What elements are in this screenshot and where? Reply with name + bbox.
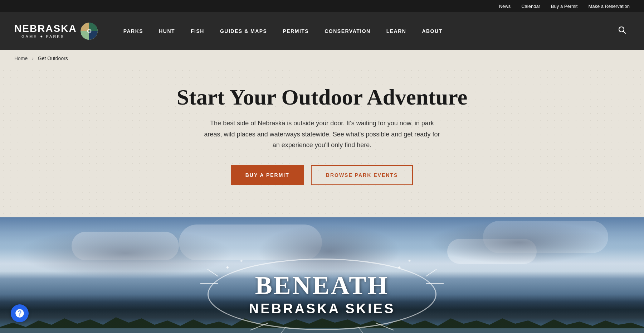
logo-name: NEBRASKA [14,23,77,34]
browse-events-button[interactable]: BROWSE PARK EVENTS [311,165,413,185]
breadcrumb-current: Get Outdoors [38,56,68,61]
cloud-1 [72,232,179,260]
svg-line-1 [624,32,626,34]
logo-sub: — GAME ✦ PARKS — [14,34,77,39]
top-link-buy-permit[interactable]: Buy a Permit [551,4,577,9]
hero-description: The best side of Nebraska is outside you… [200,118,444,151]
breadcrumb: Home › Get Outdoors [0,50,644,67]
top-bar: News Calendar Buy a Permit Make a Reserv… [0,0,644,12]
nav-item-parks[interactable]: PARKS [116,12,151,50]
beneath-text: BENEATH [249,272,395,298]
breadcrumb-separator: › [32,56,34,61]
cloud-4 [483,221,608,253]
breadcrumb-home[interactable]: Home [14,56,28,61]
search-icon[interactable] [615,23,630,39]
hero-title: Start Your Outdoor Adventure [14,85,630,109]
nav-item-about[interactable]: ABOUT [414,12,450,50]
chat-widget[interactable] [11,304,29,322]
top-link-calendar[interactable]: Calendar [521,4,540,9]
image-overlay-text: BENEATH NEBRASKA SKIES [249,272,395,316]
hero-buttons: BUY A PERMIT BROWSE PARK EVENTS [14,165,630,185]
nav-item-hunt[interactable]: HUNT [151,12,183,50]
nav-item-guides[interactable]: GUIDES & MAPS [212,12,275,50]
nav-item-fish[interactable]: FISH [183,12,212,50]
top-link-news[interactable]: News [499,4,511,9]
nav-item-conservation[interactable]: CONSERVATION [317,12,378,50]
hero-section: Start Your Outdoor Adventure The best si… [0,67,644,217]
nav-items: PARKS HUNT FISH GUIDES & MAPS PERMITS CO… [116,12,615,50]
buy-permit-button[interactable]: BUY A PERMIT [231,165,304,185]
main-nav: NEBRASKA — GAME ✦ PARKS — PARKS HUNT FIS… [0,12,644,50]
nav-item-learn[interactable]: LEARN [379,12,414,50]
image-section: ✦ ★ ✦ ★ BENEATH NEBRASKA SKIES [0,217,644,333]
nebraska-skies-text: NEBRASKA SKIES [249,301,395,316]
logo[interactable]: NEBRASKA — GAME ✦ PARKS — [14,23,98,40]
nav-item-permits[interactable]: PERMITS [275,12,317,50]
logo-icon [80,23,98,40]
cloud-2 [179,225,322,260]
top-link-reservation[interactable]: Make a Reservation [588,4,630,9]
